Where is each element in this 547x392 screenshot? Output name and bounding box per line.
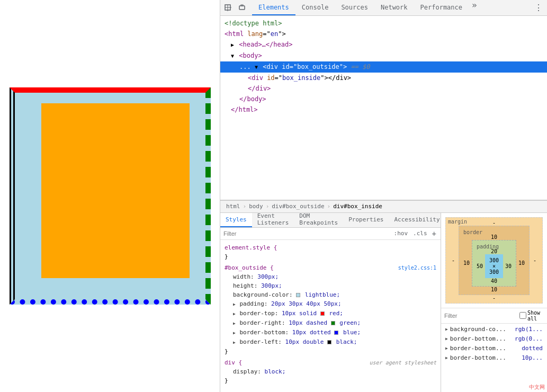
color-swatch-red[interactable]	[320, 311, 325, 316]
tree-html[interactable]: <html lang="en">	[220, 29, 547, 39]
div-inside-tag: <div	[248, 74, 267, 82]
bm-padding-bottom[interactable]: 40	[474, 278, 514, 284]
inspect-icon-btn[interactable]	[222, 2, 234, 14]
bm-border-right[interactable]: 10	[516, 260, 527, 266]
div-inside-attr-val: box_inside	[282, 74, 320, 82]
prop-1-value: rgb(0...	[515, 334, 543, 344]
bm-prop-3: ▶ border-bottom... 10p...	[443, 353, 545, 363]
div-rule-close: }	[225, 376, 436, 385]
prop-2-name: border-bottom...	[450, 344, 519, 353]
bm-prop-2: ▶ border-bottom... dotted	[443, 344, 545, 353]
more-tabs-btn[interactable]: »	[470, 0, 479, 15]
body-arrow: ▼	[231, 53, 234, 59]
breadcrumb-div-inside[interactable]: div#box_inside	[331, 202, 384, 210]
tree-close-html[interactable]: </html>	[220, 104, 547, 115]
doctype-text: <!doctype html>	[225, 20, 282, 27]
tree-head[interactable]: ▶ <head>…</head>	[220, 39, 547, 50]
tab-sources[interactable]: Sources	[335, 0, 374, 15]
color-swatch-lightblue[interactable]	[296, 293, 300, 297]
color-swatch-blue[interactable]	[334, 331, 338, 335]
div-selector-row: div { user agent stylesheet	[225, 358, 436, 367]
color-swatch-green[interactable]	[331, 321, 335, 325]
div-outside-tag: <div	[263, 63, 282, 70]
svg-rect-4	[241, 5, 243, 6]
element-style-close: }	[225, 252, 436, 261]
prop-1-name: border-bottom...	[450, 334, 513, 344]
tree-close-body[interactable]: </body>	[220, 94, 547, 104]
device-icon-btn[interactable]	[236, 2, 248, 14]
styles-filter-input[interactable]	[223, 230, 390, 237]
tree-doctype[interactable]: <!doctype html>	[220, 18, 547, 29]
tab-console[interactable]: Console	[295, 0, 335, 15]
prop-3-value: 10p...	[522, 353, 543, 363]
bm-border-left[interactable]: 10	[461, 260, 472, 266]
box-inside-preview	[41, 103, 190, 278]
prop-3-triangle[interactable]: ▶	[445, 353, 448, 363]
prop-1-triangle[interactable]: ▶	[445, 334, 448, 344]
prop-width: width: 300px;	[225, 272, 436, 281]
user-agent-link[interactable]: user agent stylesheet	[370, 358, 436, 367]
tree-div-outside[interactable]: ... ▼ <div id="box_outside"> == $0	[220, 61, 547, 73]
breadcrumb-bar: html › body › div#box_outside › div#box_…	[220, 200, 547, 213]
filter-add-btn[interactable]: +	[431, 229, 437, 238]
tree-body[interactable]: ▼ <body>	[220, 50, 547, 61]
prop-0-name: background-co...	[450, 325, 513, 334]
style2-link[interactable]: style2.css:1	[398, 263, 436, 272]
dots-prefix: ...	[239, 63, 255, 70]
bm-margin-left[interactable]: -	[448, 257, 459, 263]
show-all-text: Show all	[527, 310, 544, 322]
close-div-tag: </div>	[248, 85, 271, 92]
bm-border-label: border	[463, 229, 529, 235]
bm-margin-label: margin	[448, 219, 467, 225]
div-inside-attr-name: id	[267, 74, 274, 82]
breadcrumb-body[interactable]: body	[247, 202, 265, 210]
bm-margin-middle-row: - border 10 10 padding 20	[448, 226, 540, 295]
border-top-triangle[interactable]: ▶	[233, 311, 236, 316]
breadcrumb-div-outside[interactable]: div#box_outside	[270, 202, 326, 210]
prop-2-triangle[interactable]: ▶	[445, 344, 448, 353]
filter-hov-btn[interactable]: :hov	[392, 229, 410, 237]
bm-border-box: border 10 10 padding 20 50	[459, 226, 530, 295]
tab-network[interactable]: Network	[374, 0, 414, 15]
show-all-checkbox[interactable]	[519, 312, 526, 319]
bm-content-size[interactable]: 300 × 300	[489, 257, 499, 275]
color-swatch-black[interactable]	[327, 340, 331, 344]
breadcrumb-sep-3: ›	[327, 203, 331, 210]
tree-close-div[interactable]: </div>	[220, 83, 547, 94]
dollar-sign: == $0	[351, 63, 370, 70]
border-right-triangle[interactable]: ▶	[233, 321, 236, 326]
head-arrow: ▶	[231, 42, 234, 48]
bm-border-bottom[interactable]: 10	[461, 287, 527, 292]
tab-performance[interactable]: Performance	[414, 0, 469, 15]
box-model-panel: margin - - border 10 10 paddin	[441, 213, 547, 393]
prop-border-top: ▶ border-top: 10px solid red;	[225, 309, 436, 318]
div-outside-attr-name: id	[282, 63, 289, 70]
prop-0-triangle[interactable]: ▶	[445, 325, 448, 334]
prop-0-value: rgb(1...	[515, 325, 543, 334]
tab-accessibility[interactable]: Accessibility	[389, 213, 441, 227]
tab-styles[interactable]: Styles	[220, 213, 252, 227]
tab-properties[interactable]: Properties	[343, 213, 389, 227]
bm-filter-input[interactable]	[444, 313, 517, 319]
filter-cls-btn[interactable]: .cls	[411, 229, 429, 237]
prop-border-left: ▶ border-left: 10px double black;	[225, 337, 436, 347]
prop-height: height: 300px;	[225, 281, 436, 290]
devtools-main-tabs: Elements Console Sources Network Perform…	[252, 0, 479, 15]
tab-event-listeners[interactable]: Event Listeners	[252, 213, 294, 227]
bm-margin-bottom[interactable]: -	[448, 295, 540, 301]
bm-padding-right[interactable]: 30	[503, 263, 514, 269]
bm-margin-right[interactable]: -	[530, 257, 540, 263]
inspect-icon	[225, 4, 232, 12]
border-left-triangle[interactable]: ▶	[233, 340, 236, 345]
padding-triangle[interactable]: ▶	[233, 302, 236, 307]
breadcrumb-html[interactable]: html	[225, 202, 242, 210]
tab-dom-breakpoints[interactable]: DOM Breakpoints	[294, 213, 343, 227]
bm-padding-left[interactable]: 50	[474, 263, 485, 269]
bm-margin-box: margin - - border 10 10 paddin	[445, 217, 543, 304]
tab-elements[interactable]: Elements	[252, 0, 295, 15]
box-model-diagram: margin - - border 10 10 paddin	[441, 213, 547, 308]
tree-div-inside[interactable]: <div id="box_inside"></div>	[220, 73, 547, 83]
devtools-menu-btn[interactable]: ⋮	[532, 3, 545, 13]
border-bottom-triangle[interactable]: ▶	[233, 331, 236, 335]
prop-2-value: dotted	[522, 344, 543, 353]
